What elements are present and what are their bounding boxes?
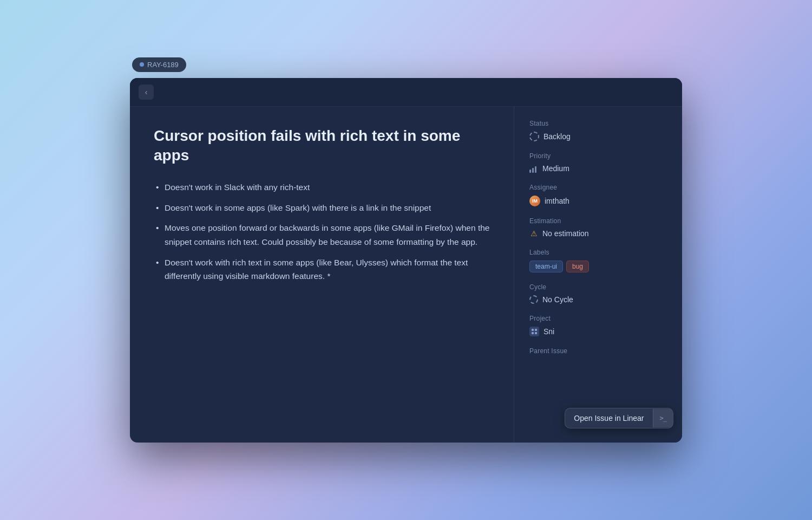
status-text: Backlog <box>543 132 571 141</box>
badge-id: RAY-6189 <box>147 61 179 69</box>
open-issue-arrow-icon: >_ <box>653 409 673 427</box>
estimation-text: No estimation <box>542 229 589 238</box>
assignee-text: imthath <box>545 197 569 205</box>
main-panel: Cursor position fails with rich text in … <box>130 107 514 443</box>
priority-icon <box>529 164 538 173</box>
cycle-value: No Cycle <box>529 295 669 304</box>
window-wrapper: RAY-6189 ‹ Cursor position fails with ri… <box>130 78 682 443</box>
cycle-icon <box>529 295 538 304</box>
list-item: Moves one position forward or backwards … <box>154 221 490 249</box>
list-item: Doesn't work with rich text in some apps… <box>154 256 490 283</box>
cycle-text: No Cycle <box>542 295 573 304</box>
status-section: Status Backlog <box>529 120 669 141</box>
window-content: Cursor position fails with rich text in … <box>130 107 682 443</box>
bar2 <box>532 168 534 173</box>
cycle-label: Cycle <box>529 283 669 291</box>
labels-label: Labels <box>529 249 669 256</box>
estimation-label: Estimation <box>529 217 669 225</box>
assignee-avatar: IM <box>529 196 540 206</box>
labels-container: team-uibug <box>529 261 669 272</box>
bar1 <box>529 170 531 173</box>
main-window: ‹ Cursor position fails with rich text i… <box>130 78 682 443</box>
project-label: Project <box>529 315 669 322</box>
project-grid-icon <box>532 329 537 334</box>
parent-issue-label: Parent Issue <box>529 347 669 355</box>
issue-body: Doesn't work in Slack with any rich-text… <box>154 180 490 283</box>
estimation-value: ⚠ No estimation <box>529 229 669 238</box>
parent-issue-section: Parent Issue <box>529 347 669 355</box>
project-text: Sni <box>543 327 554 336</box>
project-section: Project Sni <box>529 315 669 336</box>
assignee-section: Assignee IM imthath <box>529 184 669 206</box>
label-tag: team-ui <box>529 261 563 272</box>
back-button[interactable]: ‹ <box>139 84 154 100</box>
open-issue-button[interactable]: Open Issue in Linear >_ <box>565 408 673 428</box>
label-tag: bug <box>566 261 589 272</box>
status-icon <box>529 132 539 141</box>
back-icon: ‹ <box>145 88 148 96</box>
assignee-label: Assignee <box>529 184 669 191</box>
badge-dot <box>140 62 144 67</box>
priority-value: Medium <box>529 164 669 173</box>
status-value: Backlog <box>529 132 669 141</box>
bar3 <box>535 166 536 173</box>
issue-title: Cursor position fails with rich text in … <box>154 126 490 166</box>
priority-label: Priority <box>529 152 669 160</box>
estimation-icon: ⚠ <box>529 229 538 238</box>
list-item: Doesn't work in Slack with any rich-text <box>154 180 490 194</box>
labels-section: Labels team-uibug <box>529 249 669 272</box>
assignee-value: IM imthath <box>529 196 669 206</box>
open-issue-label: Open Issue in Linear <box>565 408 652 428</box>
window-header: ‹ <box>130 78 682 107</box>
project-value: Sni <box>529 327 669 336</box>
sidebar: Status Backlog Priority Medium <box>514 107 682 443</box>
priority-text: Medium <box>542 164 569 173</box>
list-item: Doesn't work in some apps (like Spark) w… <box>154 201 490 215</box>
priority-section: Priority Medium <box>529 152 669 173</box>
status-label: Status <box>529 120 669 127</box>
estimation-section: Estimation ⚠ No estimation <box>529 217 669 238</box>
cycle-section: Cycle No Cycle <box>529 283 669 304</box>
issue-badge: RAY-6189 <box>132 57 186 72</box>
project-icon <box>529 327 539 336</box>
